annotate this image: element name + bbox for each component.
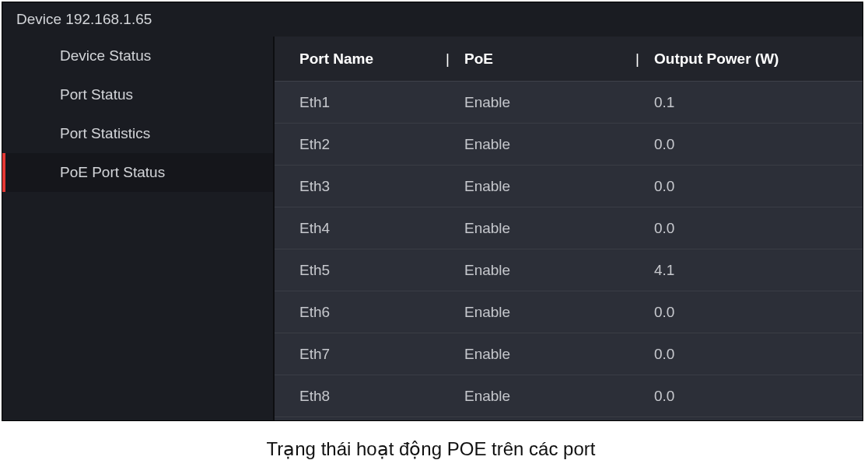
window-title-bar: Device 192.168.1.65 [2,2,863,37]
cell-poe: Enable [464,262,635,279]
cell-poe: Enable [464,178,635,195]
window-title: Device 192.168.1.65 [16,11,152,28]
table-body: Eth1 Enable 0.1 Eth2 Enable 0.0 Eth3 En [275,82,863,420]
cell-port-name: Eth2 [275,136,446,153]
sidebar-item-port-status[interactable]: Port Status [2,75,273,114]
sidebar-item-device-status[interactable]: Device Status [2,37,273,75]
header-poe: PoE [464,51,635,68]
table-row: Eth6 Enable 0.0 [275,291,863,333]
table-row: Eth2 Enable 0.0 [275,124,863,166]
cell-poe: Enable [464,304,635,321]
cell-output-power: 0.0 [654,388,863,405]
table-row: Eth5 Enable 4.1 [275,249,863,291]
header-separator: | [446,51,464,68]
table-row: Eth1 Enable 0.1 [275,82,863,124]
table-row: Eth3 Enable 0.0 [275,166,863,207]
cell-output-power: 0.0 [654,346,863,363]
sidebar-item-poe-port-status[interactable]: PoE Port Status [2,153,273,192]
cell-port-name: Eth5 [275,262,446,279]
sidebar-item-port-statistics[interactable]: Port Statistics [2,114,273,153]
cell-port-name: Eth3 [275,178,446,195]
header-separator: | [635,51,654,68]
cell-output-power: 0.0 [654,304,863,321]
sidebar-item-label: Port Status [60,86,133,103]
table-row: Eth8 Enable 0.0 [275,375,863,417]
cell-output-power: 0.0 [654,178,863,195]
cell-poe: Enable [464,220,635,237]
sidebar-item-label: PoE Port Status [60,164,165,181]
cell-poe: Enable [464,136,635,153]
cell-port-name: Eth4 [275,220,446,237]
table-header-row: Port Name | PoE | Output Power (W) [275,37,863,82]
device-window: Device 192.168.1.65 Device Status Port S… [2,2,863,421]
cell-port-name: Eth6 [275,304,446,321]
content-area: Device Status Port Status Port Statistic… [2,37,863,420]
main-panel: Port Name | PoE | Output Power (W) Eth1 … [275,37,863,420]
cell-port-name: Eth8 [275,388,446,405]
table-row: Eth7 Enable 0.0 [275,333,863,375]
sidebar-item-label: Port Statistics [60,125,150,142]
sidebar-item-label: Device Status [60,47,151,64]
header-output-power: Output Power (W) [654,51,863,68]
table-row: Eth4 Enable 0.0 [275,207,863,249]
cell-port-name: Eth7 [275,346,446,363]
cell-output-power: 4.1 [654,262,863,279]
figure-caption: Trạng thái hoạt động POE trên các port [0,438,862,460]
cell-port-name: Eth1 [275,94,446,111]
cell-output-power: 0.0 [654,220,863,237]
cell-output-power: 0.1 [654,94,863,111]
cell-output-power: 0.0 [654,136,863,153]
sidebar: Device Status Port Status Port Statistic… [2,37,275,420]
header-port-name: Port Name [275,51,446,68]
cell-poe: Enable [464,94,635,111]
cell-poe: Enable [464,388,635,405]
cell-poe: Enable [464,346,635,363]
